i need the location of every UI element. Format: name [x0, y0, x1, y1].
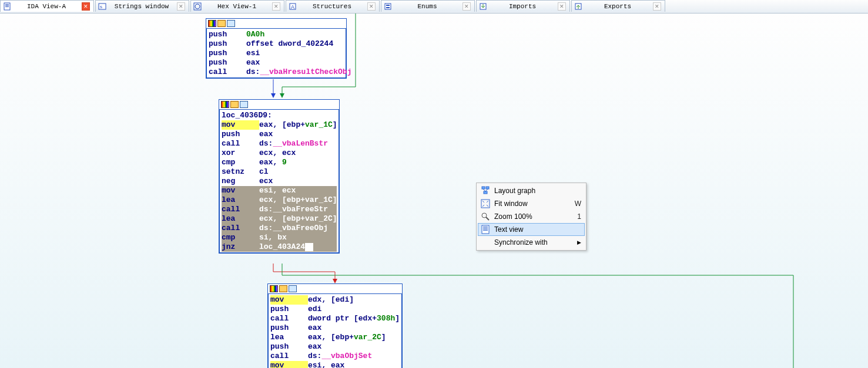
svg-rect-2 — [5, 5, 9, 6]
graph-node[interactable]: push0A0hpushoffset dword_402244pushesipu… — [206, 18, 347, 79]
hex-icon — [193, 2, 202, 11]
text-icon — [480, 225, 491, 234]
enum-icon — [384, 2, 392, 11]
color-icon — [208, 20, 216, 27]
graph-canvas[interactable]: push0A0hpushoffset dword_402244pushesipu… — [0, 13, 868, 368]
tab-enums[interactable]: Enums ✕ — [381, 0, 475, 12]
menu-item-label: Fit window — [494, 200, 570, 208]
close-icon[interactable]: ✕ — [272, 2, 280, 11]
svg-rect-16 — [486, 187, 489, 189]
blank-icon — [480, 238, 491, 247]
tab-label: Strings window — [109, 3, 175, 10]
menu-item-label: Layout graph — [494, 187, 581, 195]
strings-icon: s — [98, 2, 106, 11]
svg-point-7 — [195, 4, 200, 9]
edit-icon — [230, 101, 239, 108]
svg-rect-21 — [483, 227, 488, 227]
svg-point-19 — [482, 213, 487, 218]
node-header — [206, 19, 346, 29]
menu-shortcut: W — [575, 200, 581, 208]
tab-label: Hex View-1 — [204, 3, 270, 10]
svg-rect-22 — [483, 228, 488, 228]
svg-rect-23 — [483, 229, 488, 229]
graph-edges — [0, 13, 868, 368]
menu-item[interactable]: Text view — [478, 223, 585, 236]
svg-text:s: s — [100, 4, 102, 9]
document-icon — [3, 2, 11, 11]
tab-label: Structures — [299, 3, 365, 10]
tab-exports[interactable]: Exports ✕ — [571, 0, 665, 12]
context-menu: Layout graphFit windowWZoom 100%1Text vi… — [476, 183, 587, 251]
tab-hex[interactable]: Hex View-1 ✕ — [190, 0, 284, 12]
group-icon — [227, 20, 235, 27]
imports-icon — [479, 2, 487, 11]
tab-label: Exports — [585, 3, 651, 10]
tab-label: Imports — [490, 3, 555, 10]
color-icon — [221, 101, 229, 108]
group-icon — [289, 285, 297, 292]
node-header — [219, 100, 339, 110]
asm-listing[interactable]: loc_4036D9:moveax, [ebp+var_1C]pusheaxca… — [219, 110, 339, 253]
fit-icon — [480, 199, 491, 208]
svg-rect-17 — [484, 191, 487, 194]
menu-item-label: Text view — [494, 225, 581, 234]
svg-rect-15 — [482, 187, 485, 189]
edit-icon — [279, 285, 287, 292]
menu-item-label: Zoom 100% — [494, 212, 572, 221]
group-icon — [240, 101, 248, 108]
tab-strings[interactable]: s Strings window ✕ — [95, 0, 189, 12]
color-icon — [270, 285, 278, 292]
graph-node[interactable]: movedx, [edi]pushedicalldword ptr [edx+3… — [267, 283, 403, 368]
graph-node[interactable]: loc_4036D9:moveax, [ebp+var_1C]pusheaxca… — [219, 99, 340, 254]
menu-item-label: Synchronize with — [494, 238, 577, 247]
asm-listing[interactable]: push0A0hpushoffset dword_402244pushesipu… — [206, 29, 346, 78]
svg-rect-11 — [386, 5, 390, 6]
tab-ida-view[interactable]: IDA View-A ✕ — [0, 0, 94, 12]
menu-item[interactable]: Fit windowW — [478, 197, 585, 210]
close-icon[interactable]: ✕ — [367, 2, 376, 11]
node-header — [268, 284, 402, 294]
chevron-right-icon: ▶ — [577, 239, 581, 245]
asm-listing[interactable]: movedx, [edi]pushedicalldword ptr [edx+3… — [268, 294, 402, 368]
svg-rect-1 — [5, 4, 9, 5]
menu-item[interactable]: Synchronize with▶ — [478, 236, 585, 249]
edit-icon — [217, 20, 226, 27]
svg-rect-10 — [385, 4, 391, 9]
tab-label: IDA View-A — [14, 3, 79, 10]
tab-bar: IDA View-A ✕ s Strings window ✕ Hex View… — [0, 0, 868, 13]
svg-rect-24 — [483, 230, 488, 231]
close-icon[interactable]: ✕ — [177, 2, 185, 11]
tab-imports[interactable]: Imports ✕ — [476, 0, 570, 12]
close-icon[interactable]: ✕ — [558, 2, 566, 11]
zoom-icon — [480, 212, 491, 221]
menu-item[interactable]: Layout graph — [478, 184, 585, 197]
svg-rect-12 — [386, 7, 390, 8]
close-icon[interactable]: ✕ — [463, 2, 471, 11]
exports-icon — [574, 2, 582, 11]
struct-icon: A — [289, 2, 297, 11]
svg-text:A: A — [291, 4, 294, 10]
tab-label: Enums — [394, 3, 460, 10]
close-icon[interactable]: ✕ — [82, 2, 90, 11]
tab-structures[interactable]: A Structures ✕ — [286, 0, 380, 12]
svg-rect-3 — [5, 6, 9, 7]
close-icon[interactable]: ✕ — [653, 2, 661, 11]
menu-item[interactable]: Zoom 100%1 — [478, 210, 585, 223]
layout-icon — [480, 186, 491, 195]
menu-shortcut: 1 — [577, 212, 581, 221]
